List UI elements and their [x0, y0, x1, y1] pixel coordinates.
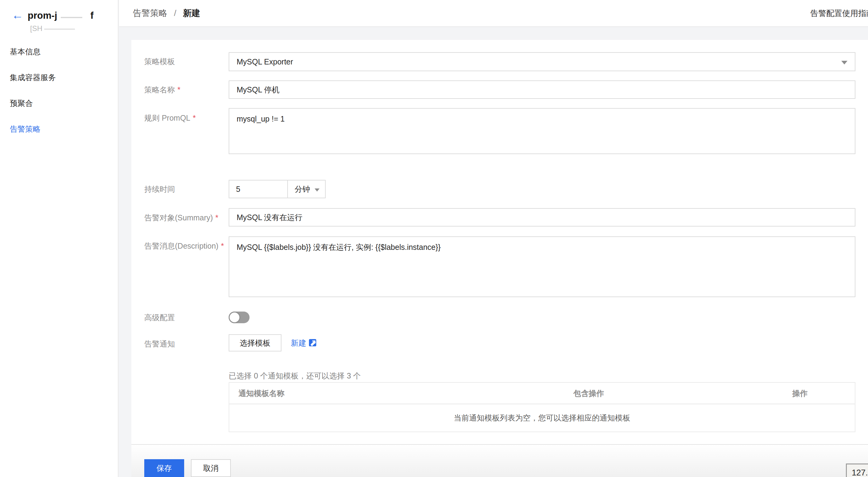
- status-url-bubble: 127.0: [846, 464, 868, 477]
- chevron-down-icon: [841, 61, 847, 64]
- instance-header: ←prom-jf [SH: [12, 9, 94, 33]
- redaction-block: [42, 24, 83, 31]
- back-arrow-icon[interactable]: ←: [12, 9, 23, 22]
- instance-title-prefix: prom-j: [28, 10, 57, 21]
- redaction-block: [57, 9, 90, 19]
- form-footer: 保存 取消: [131, 444, 868, 477]
- table-header-row: 通知模板名称 包含操作 操作: [229, 383, 855, 404]
- duration-label: 持续时间: [144, 184, 175, 194]
- column-header-included-actions: 包含操作: [574, 388, 792, 399]
- duration-unit-value: 分钟: [294, 185, 310, 193]
- topbar: 告警策略 / 新建 告警配置使用指南: [119, 0, 868, 27]
- select-template-button[interactable]: 选择模板: [229, 334, 281, 351]
- required-asterisk: *: [193, 114, 196, 122]
- sidebar-item-container-service[interactable]: 集成容器服务: [10, 72, 56, 83]
- toggle-knob: [229, 312, 240, 323]
- breadcrumb-current: 新建: [183, 8, 200, 18]
- name-label: 策略名称*: [144, 85, 181, 95]
- promql-label: 规则 PromQL*: [144, 113, 196, 123]
- duration-group: 5 分钟: [229, 180, 327, 198]
- required-asterisk: *: [221, 242, 224, 250]
- advanced-config-toggle[interactable]: [229, 312, 250, 323]
- duration-value: 5: [236, 185, 240, 193]
- instance-title: prom-jf: [28, 9, 94, 21]
- policy-template-value: MySQL Exporter: [237, 57, 293, 66]
- instance-title-suffix: f: [90, 10, 93, 21]
- summary-label: 告警对象(Summary)*: [144, 213, 218, 223]
- notification-label: 告警通知: [144, 339, 175, 349]
- summary-value: MySQL 没有在运行: [237, 213, 302, 222]
- external-link-icon: [308, 339, 317, 349]
- breadcrumb-parent[interactable]: 告警策略: [133, 8, 167, 18]
- template-label: 策略模板: [144, 57, 175, 66]
- description-value: MySQL {{$labels.job}} 没有在运行, 实例: {{$labe…: [237, 243, 441, 251]
- create-template-link[interactable]: 新建: [291, 339, 317, 347]
- description-label: 告警消息(Description)*: [144, 241, 224, 251]
- duration-unit-select[interactable]: 分钟: [287, 180, 326, 198]
- sidebar: ←prom-jf [SH 基本信息 集成容器服务 预聚合 告警策略: [0, 0, 119, 477]
- promql-textarea[interactable]: mysql_up != 1: [229, 108, 856, 154]
- instance-subtitle: [SH: [30, 24, 94, 33]
- breadcrumb-separator: /: [174, 8, 177, 18]
- selected-templates-hint: 已选择 0 个通知模板，还可以选择 3 个: [229, 371, 361, 381]
- policy-name-input[interactable]: MySQL 停机: [229, 81, 856, 99]
- chevron-down-icon: [315, 188, 319, 192]
- promql-value: mysql_up != 1: [237, 115, 284, 123]
- sidebar-item-preaggregation[interactable]: 预聚合: [10, 98, 56, 108]
- instance-subtitle-prefix: [SH: [30, 24, 42, 33]
- save-button[interactable]: 保存: [144, 459, 184, 477]
- create-template-link-label: 新建: [291, 339, 306, 347]
- cancel-button[interactable]: 取消: [191, 459, 231, 477]
- summary-input[interactable]: MySQL 没有在运行: [229, 208, 856, 226]
- sidebar-nav: 基本信息 集成容器服务 预聚合 告警策略: [10, 47, 56, 150]
- sidebar-item-basic-info[interactable]: 基本信息: [10, 47, 56, 57]
- notification-actions: 选择模板 新建: [229, 334, 317, 351]
- advanced-config-label: 高级配置: [144, 313, 175, 322]
- alert-config-guide-link[interactable]: 告警配置使用指南: [810, 8, 868, 19]
- sidebar-item-alert-policy[interactable]: 告警策略: [10, 124, 56, 134]
- table-empty-state: 当前通知模板列表为空，您可以选择相应的通知模板: [229, 404, 855, 432]
- policy-name-value: MySQL 停机: [237, 85, 279, 94]
- breadcrumb: 告警策略 / 新建: [133, 7, 200, 19]
- required-asterisk: *: [177, 85, 181, 94]
- column-header-actions: 操作: [792, 388, 855, 399]
- duration-input[interactable]: 5: [229, 180, 288, 198]
- notification-template-table: 通知模板名称 包含操作 操作 当前通知模板列表为空，您可以选择相应的通知模板: [229, 382, 856, 432]
- column-header-template-name: 通知模板名称: [229, 388, 574, 399]
- policy-template-select[interactable]: MySQL Exporter: [229, 52, 856, 71]
- alert-policy-form-card: 策略模板 MySQL Exporter 策略名称* MySQL 停机 规则 Pr…: [131, 40, 868, 477]
- description-textarea[interactable]: MySQL {{$labels.job}} 没有在运行, 实例: {{$labe…: [229, 236, 856, 297]
- required-asterisk: *: [215, 213, 219, 222]
